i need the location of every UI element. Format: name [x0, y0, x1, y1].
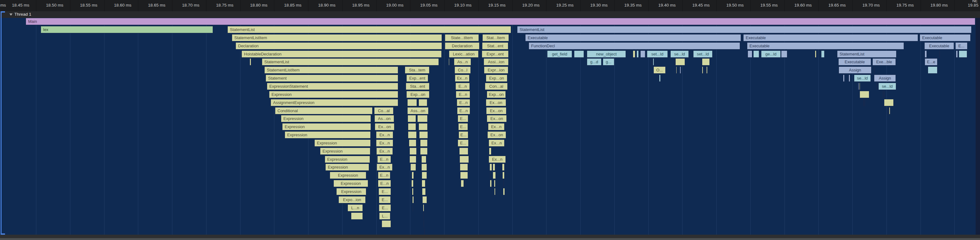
- flame-bar[interactable]: [939, 50, 940, 58]
- flame-bar[interactable]: Assi...ion: [484, 58, 509, 66]
- flame-bar[interactable]: [889, 107, 890, 114]
- flame-bar[interactable]: [407, 115, 416, 122]
- flame-bar[interactable]: Declaration: [445, 42, 479, 50]
- flame-bar[interactable]: [412, 188, 414, 195]
- flame-bar[interactable]: Exp...on: [487, 91, 506, 98]
- flame-bar[interactable]: [493, 163, 495, 171]
- flame-bar[interactable]: [503, 180, 504, 187]
- flame-bar[interactable]: E...: [379, 204, 391, 211]
- flame-bar[interactable]: Statement: [266, 75, 398, 82]
- flame-bar[interactable]: E...n: [457, 99, 470, 106]
- flame-bar[interactable]: StatementList: [262, 58, 439, 66]
- flame-bar[interactable]: [865, 99, 865, 106]
- flame-bar[interactable]: g...: [603, 58, 614, 66]
- flame-bar[interactable]: [408, 123, 416, 130]
- flame-bar[interactable]: Expression: [330, 172, 366, 179]
- flame-bar[interactable]: [407, 99, 417, 106]
- flame-bar[interactable]: Ex...n: [488, 123, 504, 130]
- flame-bar[interactable]: [460, 163, 468, 171]
- flame-bar[interactable]: [490, 172, 490, 179]
- flame-bar[interactable]: [874, 66, 875, 74]
- flame-bar[interactable]: se...ld: [670, 50, 689, 58]
- flame-bar[interactable]: [959, 50, 967, 58]
- flame-bar[interactable]: [409, 156, 416, 163]
- flame-bar[interactable]: Co...l: [455, 66, 471, 74]
- flame-bar[interactable]: [410, 163, 416, 171]
- flame-bar[interactable]: [753, 50, 759, 58]
- selection-marker-top-handle[interactable]: [1, 11, 5, 13]
- flame-bar[interactable]: se...ld: [854, 75, 871, 82]
- flame-chart-canvas[interactable]: MainlexStatementListStatementListStateme…: [0, 0, 980, 240]
- flame-bar[interactable]: [884, 91, 885, 98]
- flame-bar[interactable]: E...: [955, 42, 967, 50]
- flame-bar[interactable]: E...: [379, 188, 391, 195]
- flame-bar[interactable]: [413, 204, 413, 211]
- flame-bar[interactable]: [422, 156, 426, 163]
- flame-bar[interactable]: [351, 213, 363, 220]
- flame-bar[interactable]: [422, 172, 427, 179]
- flame-bar[interactable]: [815, 50, 816, 58]
- flame-bar[interactable]: [502, 172, 504, 179]
- flame-bar[interactable]: Executable: [920, 34, 970, 42]
- flame-bar[interactable]: [675, 58, 675, 66]
- flame-bar[interactable]: [859, 91, 869, 98]
- flame-bar[interactable]: As...on: [374, 115, 394, 122]
- flame-bar[interactable]: [675, 58, 685, 66]
- flame-bar[interactable]: Exp...ent: [406, 75, 428, 82]
- flame-bar[interactable]: [700, 58, 701, 66]
- flame-bar[interactable]: Expression: [282, 123, 371, 130]
- flame-bar[interactable]: Ex...n: [376, 147, 393, 155]
- flame-bar[interactable]: Expression: [325, 163, 369, 171]
- flame-bar[interactable]: Declaration: [235, 42, 442, 50]
- flame-bar[interactable]: Executable: [924, 42, 954, 50]
- flame-bar[interactable]: E...n: [378, 172, 390, 179]
- flame-bar[interactable]: Con...al: [485, 83, 508, 90]
- flame-bar[interactable]: Ex...n: [376, 131, 393, 139]
- flame-bar[interactable]: [412, 172, 414, 179]
- flame-bar[interactable]: get_field: [547, 50, 572, 58]
- flame-bar[interactable]: [418, 123, 428, 130]
- flame-bar[interactable]: Ex...on: [487, 115, 507, 122]
- flame-bar[interactable]: [411, 180, 414, 187]
- flame-bar[interactable]: State...tItem: [445, 34, 479, 42]
- flame-bar[interactable]: [574, 50, 584, 58]
- flame-bar[interactable]: [877, 83, 877, 90]
- flame-bar[interactable]: Ex...on: [375, 123, 395, 130]
- flame-bar[interactable]: Conditional: [275, 107, 372, 114]
- flame-bar[interactable]: Ex...on: [487, 131, 506, 139]
- flame-bar[interactable]: Sta...tem: [405, 66, 430, 74]
- flame-bar[interactable]: Assign: [874, 75, 896, 82]
- flame-bar[interactable]: [888, 107, 889, 114]
- triangle-down-icon[interactable]: [10, 13, 13, 16]
- flame-bar[interactable]: [420, 139, 428, 147]
- flame-bar[interactable]: StatementListItem: [264, 66, 398, 74]
- flame-bar[interactable]: Ex...n: [455, 75, 469, 82]
- flame-bar[interactable]: [502, 163, 504, 171]
- flame-bar[interactable]: [460, 156, 469, 163]
- flame-bar[interactable]: E...: [458, 139, 469, 147]
- selection-marker-line[interactable]: [1, 11, 2, 235]
- flame-bar[interactable]: [748, 50, 752, 58]
- flame-bar[interactable]: set...ld: [693, 50, 713, 58]
- flame-bar[interactable]: Executable: [747, 42, 904, 50]
- flame-bar[interactable]: Stat...ent: [482, 42, 508, 50]
- flame-bar[interactable]: Expr...ion: [484, 66, 508, 74]
- flame-bar[interactable]: [409, 139, 416, 147]
- flame-bar[interactable]: E...n: [457, 107, 470, 114]
- flame-bar[interactable]: Ex...on: [486, 107, 506, 114]
- flame-bar[interactable]: [924, 50, 927, 58]
- flame-bar[interactable]: Ex...n: [376, 139, 393, 147]
- flame-bar[interactable]: [781, 50, 788, 58]
- flame-bar[interactable]: E...: [379, 196, 391, 203]
- flame-bar[interactable]: [449, 58, 450, 66]
- flame-bar[interactable]: O...: [654, 66, 666, 74]
- flame-bar[interactable]: [422, 188, 426, 195]
- flame-bar[interactable]: Lexic...ation: [449, 50, 479, 58]
- flame-bar[interactable]: E...n: [455, 83, 470, 90]
- flame-bar[interactable]: [420, 147, 428, 155]
- flame-bar[interactable]: FunctionDecl: [529, 42, 740, 50]
- flame-bar[interactable]: se...ld: [878, 83, 896, 90]
- flame-bar[interactable]: [423, 204, 424, 211]
- flame-bar[interactable]: [633, 50, 635, 58]
- flame-bar[interactable]: [652, 58, 652, 66]
